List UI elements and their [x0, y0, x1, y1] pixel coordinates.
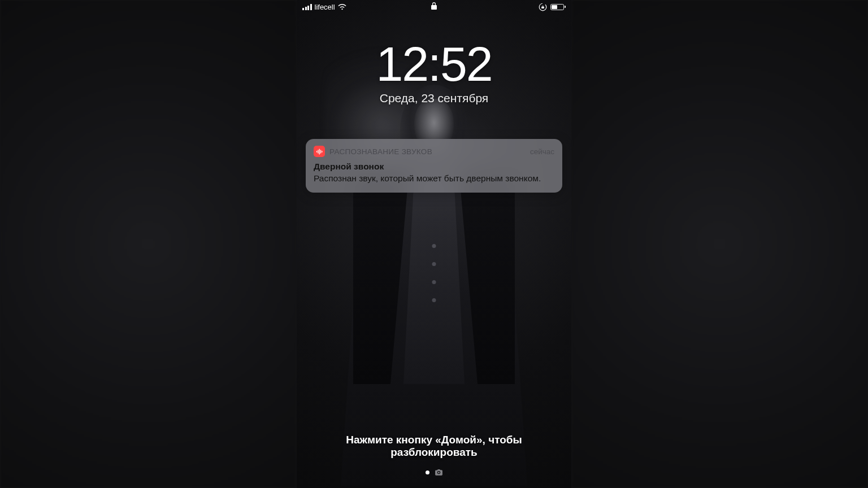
svg-rect-1: [316, 151, 316, 152]
svg-rect-5: [322, 151, 322, 152]
notification-timestamp: сейчас: [530, 147, 554, 156]
sound-recognition-icon: [314, 146, 325, 157]
page-indicator[interactable]: [297, 469, 571, 476]
notification-card[interactable]: РАСПОЗНАВАНИЕ ЗВУКОВ сейчас Дверной звон…: [306, 139, 562, 193]
camera-icon[interactable]: [435, 469, 442, 476]
letterbox-right: [571, 0, 868, 488]
lock-screen: lifecell: [297, 0, 571, 488]
wifi-icon: [338, 4, 346, 10]
lock-icon: [431, 2, 437, 10]
rotation-lock-icon: [539, 3, 547, 11]
svg-rect-3: [319, 149, 319, 154]
notification-title: Дверной звонок: [314, 162, 554, 172]
lock-time: 12:52: [297, 40, 571, 88]
svg-rect-4: [320, 150, 320, 154]
letterbox-left: [0, 0, 297, 488]
page-dot-active: [426, 470, 429, 474]
notification-app-name: РАСПОЗНАВАНИЕ ЗВУКОВ: [329, 147, 526, 156]
cellular-signal-icon: [302, 4, 312, 10]
notification-body: Распознан звук, который может быть дверн…: [314, 173, 554, 185]
status-bar: lifecell: [297, 0, 571, 14]
unlock-hint[interactable]: Нажмите кнопку «Домой», чтобы разблокиро…: [297, 434, 571, 459]
battery-icon: [550, 4, 566, 10]
svg-rect-2: [318, 150, 318, 154]
carrier-label: lifecell: [315, 3, 335, 11]
lock-date: Среда, 23 сентября: [297, 91, 571, 105]
